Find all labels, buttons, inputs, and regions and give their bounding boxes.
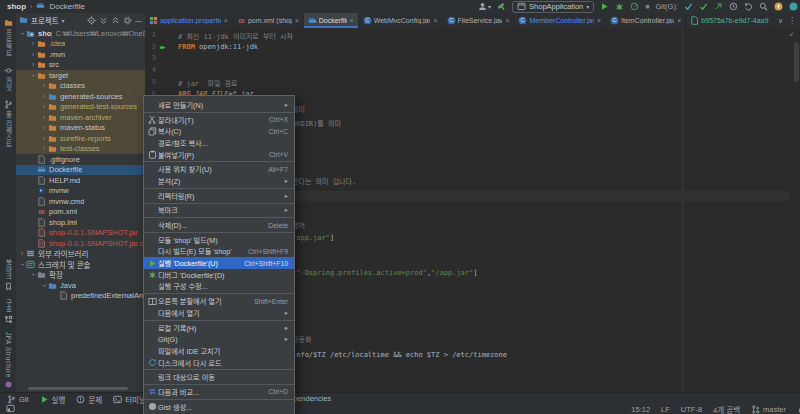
tree-row-src[interactable]: ›src <box>16 60 145 71</box>
toolwindow-button-문제[interactable]: 문제 <box>76 394 102 405</box>
menu-item-붙여넣기(P)[interactable]: 붙여넣기(P)Ctrl+V <box>144 149 294 161</box>
close-icon[interactable]: × <box>350 17 354 24</box>
tree-row-외부 라이브러리[interactable]: ›외부 라이브러리 <box>16 249 145 260</box>
tree-row-Dockerfile[interactable]: Dockerfile <box>16 165 145 176</box>
arrow-ne-button[interactable] <box>714 2 723 11</box>
tree-row-generated-sources[interactable]: ›generated-sources <box>16 91 145 102</box>
tree-expander[interactable]: › <box>40 103 48 110</box>
menu-item-실행 'Dockerfile'(U)[interactable]: 실행 'Dockerfile'(U)Ctrl+Shift+F10 <box>144 257 294 269</box>
strip-item-구조[interactable]: 구조 <box>3 299 13 324</box>
user-menu-button[interactable]: ▾ <box>478 2 491 11</box>
search-button[interactable] <box>759 2 768 11</box>
horizontal-scrollbar[interactable] <box>28 387 128 390</box>
debug-button[interactable] <box>615 2 624 11</box>
menu-item-다음에서 열기[interactable]: 다음에서 열기▸ <box>144 307 294 319</box>
toolwindow-button-터미널[interactable]: 터미널 <box>113 394 146 405</box>
menu-item-분석(Z)[interactable]: 분석(Z)▸ <box>144 175 294 187</box>
tree-row-classes[interactable]: ›classes <box>16 81 145 92</box>
tab-Dockerfile[interactable]: Dockerfile× <box>304 13 359 28</box>
close-icon[interactable]: × <box>505 17 509 24</box>
profiler-button[interactable] <box>630 2 639 11</box>
tab-MemberController.java[interactable]: CMemberController.java× <box>514 13 606 28</box>
tree-row-predefinedExternalAnnotati[interactable]: predefinedExternalAnnotati <box>16 291 145 302</box>
menu-item-링크 대상으로 이동[interactable]: 링크 대상으로 이동 <box>144 371 294 383</box>
breadcrumb-file[interactable]: Dockerfile <box>49 2 85 11</box>
tree-row-shop-0.0.1-SNAPSHOT.jar[interactable]: shop-0.0.1-SNAPSHOT.jar <box>16 228 145 239</box>
tree-expander[interactable]: › <box>40 93 48 100</box>
tree-row-target[interactable]: ›target <box>16 70 145 81</box>
close-icon[interactable]: × <box>295 17 299 24</box>
menu-item-새로 만들기(N)[interactable]: 새로 만들기(N)▸ <box>144 99 294 111</box>
menu-item-잘라내기(T)[interactable]: 잘라내기(T)Ctrl+X <box>144 114 294 126</box>
tree-expander[interactable]: › <box>40 135 48 142</box>
kebab-menu-icon[interactable]: ⋮ <box>788 16 796 25</box>
run-button[interactable] <box>600 2 609 11</box>
tree-expander[interactable]: › <box>19 260 26 268</box>
run-gutter-icon[interactable]: ▶▶ <box>160 43 164 50</box>
tree-expander[interactable]: › <box>40 124 48 131</box>
tab-FileService.java[interactable]: CFileService.java× <box>443 13 515 28</box>
menu-item-리팩터링(R)[interactable]: 리팩터링(R)▸ <box>144 190 294 202</box>
menu-item-삭제(D)...[interactable]: 삭제(D)...Delete <box>144 219 294 231</box>
menu-item-다음과 비교...[interactable]: 다음과 비교...Ctrl+D <box>144 386 294 398</box>
tree-expander[interactable]: › <box>30 71 37 79</box>
tree-row-test-classes[interactable]: ›test-classes <box>16 144 145 155</box>
menu-item-다시 빌드(E) 모듈 'shop'[interactable]: 다시 빌드(E) 모듈 'shop'Ctrl+Shift+F9 <box>144 246 294 258</box>
tree-row-확장[interactable]: ›확장 <box>16 270 145 281</box>
close-icon[interactable]: × <box>224 17 228 24</box>
tree-expander[interactable]: › <box>41 281 48 289</box>
tree-row-shop[interactable]: ›shopC:₩Users₩Lenovo₩OneDrive₩... <box>16 28 145 39</box>
gear-button[interactable] <box>123 16 132 25</box>
check-green-button[interactable] <box>699 2 708 11</box>
tree-row-generated-test-sources[interactable]: ›generated-test-sources <box>16 102 145 113</box>
run-configuration-select[interactable]: ShopApplication▾ <box>512 1 594 13</box>
menu-item-실행 구성 수정...[interactable]: 실행 구성 수정... <box>144 281 294 293</box>
status-segment[interactable]: 4개 공백 <box>713 404 740 414</box>
tree-row-mvnw.cmd[interactable]: mvnw.cmd <box>16 196 145 207</box>
build-button[interactable] <box>497 2 506 11</box>
tree-row-mvnw[interactable]: mvnw <box>16 186 145 197</box>
menu-item-모듈 'shop' 빌드(M)[interactable]: 모듈 'shop' 빌드(M) <box>144 234 294 246</box>
tree-expander[interactable]: › <box>29 40 37 47</box>
tree-row-shop-0.0.1-SNAPSHOT.jar.original[interactable]: ?shop-0.0.1-SNAPSHOT.jar.original <box>16 238 145 249</box>
target-button[interactable] <box>87 16 96 25</box>
chevron-down-icon[interactable]: ∨ <box>778 17 783 25</box>
menu-item-Git(G)[interactable]: Git(G)▸ <box>144 333 294 345</box>
tab-ItemController.java[interactable]: CItemController.java× <box>606 13 686 28</box>
strip-item-JPA Structure[interactable]: JPA Structure <box>4 332 13 389</box>
tab-WebMvcConfig.java[interactable]: CWebMvcConfig.java× <box>359 13 443 28</box>
strip-item-프로젝트[interactable]: 프로젝트 <box>3 18 13 57</box>
tree-row-.gitignore[interactable]: .gitignore <box>16 154 145 165</box>
tree-expander[interactable]: › <box>18 250 26 257</box>
strip-item-풀 리퀘스트[interactable]: 풀 리퀘스트 <box>3 100 13 148</box>
toolwindow-button-Git[interactable]: Git <box>7 395 29 404</box>
tree-row-HELP.md[interactable]: HELP.md <box>16 175 145 186</box>
collapse-all-button[interactable] <box>111 16 120 25</box>
tree-row-스크래치 및 콘솔[interactable]: ›스크래치 및 콘솔 <box>16 259 145 270</box>
breadcrumb-project[interactable]: shop <box>7 2 26 11</box>
toolwindow-button-실행[interactable]: 실행 <box>40 394 66 405</box>
tree-expander[interactable]: › <box>40 82 48 89</box>
menu-item-파일에서 IDE 고치기[interactable]: 파일에서 IDE 고치기 <box>144 345 294 357</box>
update-orange-button[interactable] <box>774 2 783 11</box>
check-blue-button[interactable] <box>684 2 693 11</box>
menu-item-복사(C)[interactable]: 복사(C)Ctrl+C <box>144 125 294 137</box>
tree-expander[interactable]: › <box>40 114 48 121</box>
tab-application.properties[interactable]: application.properties× <box>145 13 233 28</box>
menu-item-디스크에서 다시 로드[interactable]: 디스크에서 다시 로드 <box>144 357 294 369</box>
tree-expander[interactable]: › <box>29 51 37 58</box>
menu-item-사용 위치 찾기(U)[interactable]: 사용 위치 찾기(U)Alt+F7 <box>144 163 294 175</box>
menu-item-Gist 생성...[interactable]: Gist 생성... <box>144 401 294 413</box>
stop-button[interactable]: ■ <box>645 3 649 10</box>
editor-scrollbar[interactable] <box>794 42 799 82</box>
tree-expander[interactable]: › <box>30 271 37 279</box>
expand-all-button[interactable] <box>99 16 108 25</box>
tree-row-maven-status[interactable]: ›maven-status <box>16 123 145 134</box>
tree-row-pom.xml[interactable]: mpom.xml <box>16 207 145 218</box>
breadcrumb[interactable]: shop › Dockerfile <box>0 1 85 12</box>
menu-item-디버그 'Dockerfile'(D)[interactable]: 디버그 'Dockerfile'(D) <box>144 269 294 281</box>
tree-expander[interactable]: › <box>19 29 26 37</box>
clock-button[interactable] <box>729 2 738 11</box>
menu-item-로컬 기록(H)[interactable]: 로컬 기록(H)▸ <box>144 322 294 334</box>
tree-row-.idea[interactable]: ›.idea <box>16 39 145 50</box>
